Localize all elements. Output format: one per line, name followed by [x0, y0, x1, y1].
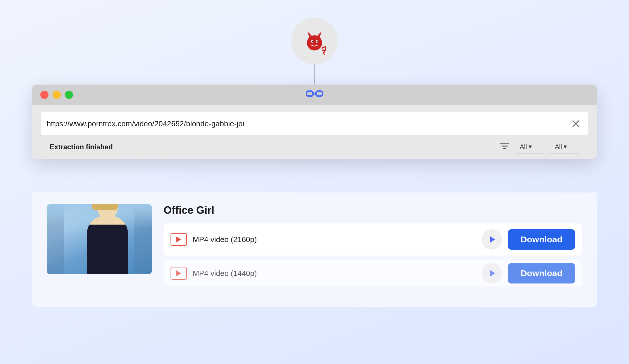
svg-rect-7 [306, 91, 313, 96]
format-icon-1440p [171, 267, 187, 280]
download-button-1440p[interactable]: Download [508, 263, 575, 284]
extraction-status: Extraction finished [50, 143, 494, 151]
traffic-light-maximize[interactable] [65, 91, 73, 99]
preview-play-icon-1440p [490, 270, 495, 277]
download-button-2160p[interactable]: Download [508, 229, 575, 250]
svg-point-5 [317, 41, 318, 42]
play-icon-1440p [176, 270, 181, 276]
preview-play-icon-2160p [490, 236, 495, 243]
url-input[interactable]: https://www.porntrex.com/video/2042652/b… [47, 119, 569, 128]
format-row-2160p: MP4 video (2160p) Download [164, 223, 582, 256]
browser-window: https://www.porntrex.com/video/2042652/b… [32, 85, 597, 159]
url-bar[interactable]: https://www.porntrex.com/video/2042652/b… [41, 112, 588, 135]
filter-dropdown-1[interactable]: All ▾ [515, 141, 544, 153]
filter-chevron-2: ▾ [564, 143, 567, 150]
filter-all-label-2: All [555, 143, 562, 150]
traffic-lights [40, 91, 73, 99]
thumbnail-bg [47, 204, 152, 274]
results-area: Office Girl MP4 video (2160p) Download M… [32, 192, 597, 307]
svg-rect-8 [316, 91, 323, 96]
link-chain-icon [306, 88, 323, 102]
svg-marker-6 [323, 52, 325, 55]
url-clear-button[interactable] [569, 117, 582, 130]
play-icon-2160p [176, 237, 181, 242]
browser-titlebar [32, 85, 597, 105]
format-label-1440p: MP4 video (1440p) [193, 269, 476, 278]
video-item: Office Girl MP4 video (2160p) Download M… [47, 204, 582, 286]
traffic-light-close[interactable] [40, 91, 48, 99]
video-title: Office Girl [164, 204, 582, 216]
format-row-1440p: MP4 video (1440p) Download [164, 260, 582, 286]
devil-logo-icon [300, 26, 329, 55]
traffic-light-minimize[interactable] [53, 91, 61, 99]
svg-point-1 [307, 35, 322, 50]
figure-hair [92, 204, 118, 210]
svg-rect-9 [312, 93, 317, 94]
svg-point-4 [312, 41, 313, 42]
filter-dropdown-2[interactable]: All ▾ [550, 141, 579, 153]
video-info: Office Girl MP4 video (2160p) Download M… [164, 204, 582, 286]
figure-body [87, 216, 128, 274]
format-label-2160p: MP4 video (2160p) [193, 235, 476, 244]
status-bar: Extraction finished All ▾ All ▾ [41, 135, 588, 159]
format-icon-2160p [171, 233, 187, 246]
video-thumbnail [47, 204, 152, 274]
filter-all-label-1: All [520, 143, 527, 150]
filter-icon[interactable] [500, 142, 509, 152]
preview-button-2160p[interactable] [482, 229, 502, 250]
preview-button-1440p[interactable] [482, 263, 502, 284]
app-logo-circle [291, 18, 338, 64]
filter-chevron-1: ▾ [529, 143, 532, 150]
browser-content: https://www.porntrex.com/video/2042652/b… [32, 105, 597, 159]
